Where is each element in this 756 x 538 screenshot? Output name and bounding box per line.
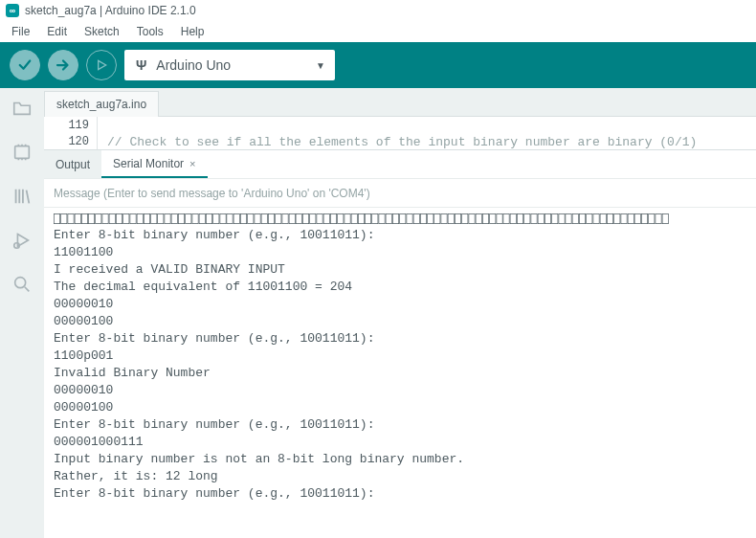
serial-line: Invalid Binary Number bbox=[54, 365, 746, 382]
titlebar: ∞ sketch_aug7a | Arduino IDE 2.1.0 bbox=[0, 0, 756, 21]
toolbar: Ψ Arduino Uno ▼ bbox=[0, 42, 756, 88]
search-icon bbox=[11, 274, 33, 295]
serial-line: 000001000111 bbox=[54, 434, 746, 451]
books-icon bbox=[11, 186, 33, 207]
file-tab-row: sketch_aug7a.ino bbox=[44, 88, 756, 117]
serial-line: 00000100 bbox=[54, 313, 746, 330]
debug-icon bbox=[11, 230, 33, 251]
tab-serial-monitor[interactable]: Serial Monitor × bbox=[101, 150, 207, 178]
code-lines: // Check to see if all the elements of t… bbox=[107, 117, 697, 149]
chevron-down-icon: ▼ bbox=[316, 60, 325, 71]
check-icon bbox=[16, 56, 33, 74]
main-area: sketch_aug7a.ino 119 120 // Check to see… bbox=[0, 88, 756, 538]
serial-line: 11001100 bbox=[54, 244, 746, 261]
board-name: Arduino Uno bbox=[156, 57, 231, 73]
sidebar-library[interactable] bbox=[10, 184, 34, 209]
gutter-border bbox=[97, 117, 98, 149]
menu-edit[interactable]: Edit bbox=[39, 23, 75, 40]
sidebar bbox=[0, 88, 44, 538]
tab-output-label: Output bbox=[56, 158, 90, 171]
code-comment: // Check to see if all the elements of t… bbox=[107, 135, 697, 149]
bottom-tabs: Output Serial Monitor × bbox=[44, 150, 756, 179]
board-selector[interactable]: Ψ Arduino Uno ▼ bbox=[124, 50, 335, 80]
board-icon bbox=[11, 142, 33, 163]
serial-line: Enter 8-bit binary number (e.g., 1001101… bbox=[54, 330, 746, 347]
bottom-panel: Output Serial Monitor × Message (Enter t… bbox=[44, 149, 756, 538]
serial-input-row: Message (Enter to send message to 'Ardui… bbox=[44, 179, 756, 208]
serial-line: 1100p001 bbox=[54, 347, 746, 365]
usb-icon: Ψ bbox=[136, 57, 146, 73]
sidebar-explorer[interactable] bbox=[10, 96, 34, 121]
debug-button[interactable] bbox=[86, 50, 117, 80]
menu-file[interactable]: File bbox=[4, 23, 37, 40]
close-icon[interactable]: × bbox=[189, 158, 195, 169]
serial-line: Enter 8-bit binary number (e.g., 1001101… bbox=[54, 227, 746, 244]
window-title: sketch_aug7a | Arduino IDE 2.1.0 bbox=[25, 4, 196, 17]
menubar: File Edit Sketch Tools Help bbox=[0, 21, 756, 42]
line-gutter: 119 120 bbox=[44, 117, 97, 149]
serial-line: The decimal equivalent of 11001100 = 204 bbox=[54, 279, 746, 296]
sidebar-search[interactable] bbox=[10, 272, 34, 297]
menu-tools[interactable]: Tools bbox=[129, 23, 171, 40]
serial-line: 00000100 bbox=[54, 399, 746, 416]
code-editor[interactable]: 119 120 // Check to see if all the eleme… bbox=[44, 117, 756, 149]
menu-help[interactable]: Help bbox=[173, 23, 212, 40]
line-number: 119 bbox=[44, 118, 89, 134]
serial-line: Input binary number is not an 8-bit long… bbox=[54, 451, 746, 468]
svg-rect-0 bbox=[15, 146, 30, 159]
tab-output[interactable]: Output bbox=[44, 150, 101, 178]
serial-line: 00000010 bbox=[54, 382, 746, 399]
menu-sketch[interactable]: Sketch bbox=[77, 23, 127, 40]
svg-point-2 bbox=[15, 278, 26, 288]
sidebar-boards[interactable] bbox=[10, 140, 34, 165]
app-icon: ∞ bbox=[6, 4, 19, 17]
serial-line: I received a VALID BINARY INPUT bbox=[54, 261, 746, 279]
play-bug-icon bbox=[94, 57, 109, 73]
serial-line: Enter 8-bit binary number (e.g., 1001101… bbox=[54, 485, 746, 503]
arrow-right-icon bbox=[55, 56, 72, 74]
verify-button[interactable] bbox=[10, 50, 40, 80]
serial-line: Enter 8-bit binary number (e.g., 1001101… bbox=[54, 416, 746, 434]
serial-line: Rather, it is: 12 long bbox=[54, 468, 746, 485]
upload-button[interactable] bbox=[48, 50, 78, 80]
serial-message-input[interactable]: Message (Enter to send message to 'Ardui… bbox=[54, 187, 746, 200]
serial-line: ⎕⎕⎕⎕⎕⎕⎕⎕⎕⎕⎕⎕⎕⎕⎕⎕⎕⎕⎕⎕⎕⎕⎕⎕⎕⎕⎕⎕⎕⎕⎕⎕⎕⎕⎕⎕⎕⎕⎕⎕… bbox=[54, 213, 746, 227]
sidebar-debug[interactable] bbox=[10, 228, 34, 253]
line-number: 120 bbox=[44, 134, 89, 149]
serial-output: ⎕⎕⎕⎕⎕⎕⎕⎕⎕⎕⎕⎕⎕⎕⎕⎕⎕⎕⎕⎕⎕⎕⎕⎕⎕⎕⎕⎕⎕⎕⎕⎕⎕⎕⎕⎕⎕⎕⎕⎕… bbox=[44, 208, 756, 538]
tab-serial-label: Serial Monitor bbox=[113, 157, 184, 170]
serial-line: 00000010 bbox=[54, 296, 746, 313]
content-area: sketch_aug7a.ino 119 120 // Check to see… bbox=[44, 88, 756, 538]
file-tab[interactable]: sketch_aug7a.ino bbox=[44, 91, 159, 117]
folder-icon bbox=[11, 98, 33, 119]
